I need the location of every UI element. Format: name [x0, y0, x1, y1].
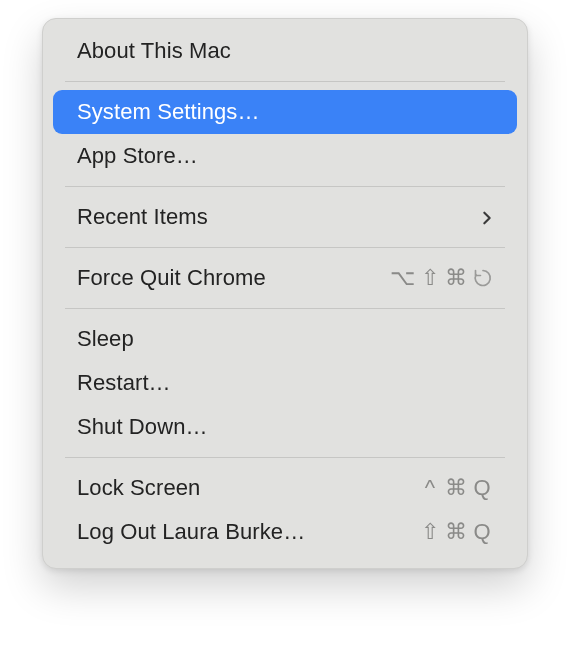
shortcut-key-q: Q [473, 475, 493, 501]
menu-separator [65, 457, 505, 458]
shift-key-icon: ⇧ [421, 519, 441, 545]
menu-item-app-store[interactable]: App Store… [53, 134, 517, 178]
menu-item-log-out[interactable]: Log Out Laura Burke… ⇧ ⌘ Q [53, 510, 517, 554]
menu-item-label: Sleep [77, 326, 134, 352]
menu-separator [65, 247, 505, 248]
menu-item-label: About This Mac [77, 38, 231, 64]
command-key-icon: ⌘ [445, 265, 469, 291]
menu-item-restart[interactable]: Restart… [53, 361, 517, 405]
menu-separator [65, 81, 505, 82]
menu-item-label: Recent Items [77, 204, 208, 230]
option-key-icon: ⌥ [390, 265, 417, 291]
keyboard-shortcut: ⌥ ⇧ ⌘ [390, 265, 493, 291]
menu-item-label: Log Out Laura Burke… [77, 519, 305, 545]
menu-item-system-settings[interactable]: System Settings… [53, 90, 517, 134]
menu-item-label: Force Quit Chrome [77, 265, 266, 291]
menu-item-label: System Settings… [77, 99, 260, 125]
menu-item-lock-screen[interactable]: Lock Screen ^ ⌘ Q [53, 466, 517, 510]
menu-item-about-this-mac[interactable]: About This Mac [53, 29, 517, 73]
menu-item-force-quit[interactable]: Force Quit Chrome ⌥ ⇧ ⌘ [53, 256, 517, 300]
menu-item-label: App Store… [77, 143, 198, 169]
shift-key-icon: ⇧ [421, 265, 441, 291]
menu-item-label: Shut Down… [77, 414, 208, 440]
apple-menu: About This Mac System Settings… App Stor… [42, 18, 528, 569]
menu-separator [65, 186, 505, 187]
submenu-indicator [479, 210, 493, 224]
menu-separator [65, 308, 505, 309]
keyboard-shortcut: ^ ⌘ Q [421, 475, 493, 501]
shortcut-key-q: Q [473, 519, 493, 545]
keyboard-shortcut: ⇧ ⌘ Q [421, 519, 493, 545]
command-key-icon: ⌘ [445, 475, 469, 501]
menu-item-recent-items[interactable]: Recent Items [53, 195, 517, 239]
command-key-icon: ⌘ [445, 519, 469, 545]
chevron-right-icon [479, 210, 493, 224]
escape-key-icon [473, 268, 493, 288]
menu-item-sleep[interactable]: Sleep [53, 317, 517, 361]
menu-item-label: Lock Screen [77, 475, 200, 501]
menu-item-shut-down[interactable]: Shut Down… [53, 405, 517, 449]
control-key-icon: ^ [421, 475, 441, 501]
menu-item-label: Restart… [77, 370, 171, 396]
